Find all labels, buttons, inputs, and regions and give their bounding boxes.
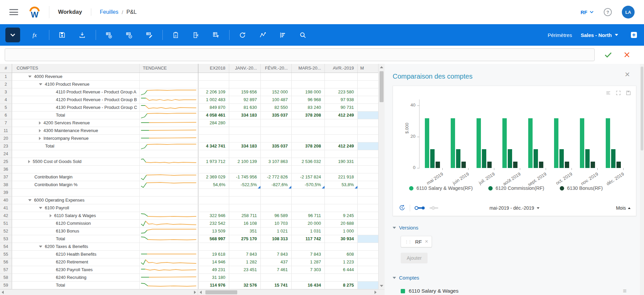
drag-handle-icon[interactable]: ⋮⋮ — [404, 239, 412, 244]
value-cell[interactable]: 114 976 — [198, 281, 229, 289]
refresh-time-icon[interactable] — [398, 204, 406, 212]
next-period-cell[interactable] — [357, 103, 378, 111]
row-number[interactable]: 25 — [0, 158, 12, 165]
row-number[interactable]: 57 — [0, 266, 12, 273]
next-period-cell[interactable] — [357, 212, 378, 219]
add-version-button[interactable]: Ajouter — [401, 253, 428, 263]
row-number[interactable]: 52 — [0, 227, 12, 235]
add-row-icon[interactable] — [101, 28, 116, 42]
value-cell[interactable] — [229, 273, 260, 281]
value-cell[interactable] — [325, 165, 357, 173]
scroll-left-icon[interactable] — [200, 291, 202, 294]
value-cell[interactable] — [325, 80, 357, 88]
row-number[interactable]: 4 — [0, 96, 12, 103]
value-cell[interactable] — [229, 127, 260, 134]
value-cell[interactable] — [198, 204, 229, 212]
trend-cell[interactable] — [139, 188, 198, 196]
row-number[interactable]: 24 — [0, 150, 12, 158]
value-cell[interactable]: 54,6% — [198, 181, 229, 188]
account-cell[interactable]: 6000 Operating Expenses — [12, 196, 139, 204]
value-cell[interactable]: 16 108 — [229, 219, 260, 227]
value-cell[interactable] — [291, 80, 325, 88]
account-cell[interactable]: Total — [12, 111, 139, 119]
add-to-dashboard-icon[interactable] — [630, 31, 639, 40]
linked-scale-toggle-icon[interactable] — [414, 205, 426, 211]
scrollbar-thumb[interactable] — [380, 71, 384, 102]
legend-item[interactable]: 6130 Bonus(RF) — [560, 185, 603, 191]
formula-input[interactable] — [5, 48, 595, 61]
value-cell[interactable] — [229, 165, 260, 173]
account-cell[interactable] — [12, 165, 139, 173]
value-cell[interactable]: 9 245 — [325, 212, 357, 219]
value-cell[interactable]: 1 021 — [260, 227, 291, 235]
column-header-period[interactable]: AVR.-2019 — [325, 64, 357, 73]
trend-cell[interactable] — [139, 281, 198, 289]
value-cell[interactable] — [325, 196, 357, 204]
next-period-cell[interactable] — [357, 196, 378, 204]
chart-icon[interactable] — [275, 28, 290, 42]
value-cell[interactable]: 1 223 — [325, 258, 357, 266]
value-cell[interactable]: -522,5% — [229, 181, 260, 188]
value-cell[interactable] — [260, 273, 291, 281]
value-cell[interactable] — [291, 196, 325, 204]
account-cell[interactable]: 6200 Taxes & Benefits — [12, 243, 139, 250]
value-cell[interactable]: 258 711 — [229, 212, 260, 219]
row-number[interactable]: 11 — [0, 127, 12, 134]
value-cell[interactable]: 1 973 712 — [198, 158, 229, 165]
accounts-section-header[interactable]: Comptes — [393, 275, 629, 281]
value-cell[interactable]: -570,5% — [291, 181, 325, 188]
row-number[interactable]: 41 — [0, 204, 12, 212]
value-cell[interactable]: 8 275 — [325, 281, 357, 289]
trend-cell[interactable] — [139, 73, 198, 80]
trend-cell[interactable] — [139, 250, 198, 258]
value-cell[interactable] — [325, 273, 357, 281]
value-cell[interactable]: 7 843 — [260, 250, 291, 258]
download-icon[interactable] — [75, 28, 90, 42]
next-period-cell[interactable] — [357, 258, 378, 266]
trend-cell[interactable] — [139, 103, 198, 111]
value-cell[interactable] — [291, 73, 325, 80]
trend-cell[interactable] — [139, 196, 198, 204]
value-cell[interactable]: -827,6% — [260, 181, 291, 188]
collapse-caret-icon[interactable] — [39, 246, 42, 248]
fullscreen-icon[interactable] — [615, 90, 621, 96]
next-period-cell[interactable] — [357, 158, 378, 165]
next-period-cell[interactable] — [357, 204, 378, 212]
org-structure-icon[interactable] — [188, 28, 203, 42]
account-cell[interactable]: Total — [12, 235, 139, 243]
value-cell[interactable]: 82 550 — [260, 103, 291, 111]
value-cell[interactable]: 100 487 — [260, 96, 291, 103]
column-header-accounts[interactable]: COMPTES — [12, 64, 139, 73]
versions-section-header[interactable]: Versions — [393, 225, 629, 230]
account-cell[interactable]: 4300 Maintenance Revenue — [12, 127, 139, 134]
scrollbar-thumb[interactable] — [641, 67, 643, 151]
trend-cell[interactable] — [139, 80, 198, 88]
next-period-cell[interactable] — [357, 150, 378, 158]
value-cell[interactable]: 190 331 — [325, 158, 357, 165]
value-cell[interactable]: 608 — [325, 250, 357, 258]
value-cell[interactable]: 7 303 — [291, 266, 325, 273]
trend-cell[interactable] — [139, 173, 198, 181]
value-cell[interactable] — [229, 204, 260, 212]
row-number[interactable]: 23 — [0, 142, 12, 150]
value-cell[interactable] — [260, 188, 291, 196]
column-header-trend[interactable]: TENDANCE — [139, 64, 198, 73]
avatar[interactable]: LA — [622, 6, 635, 18]
formula-icon[interactable]: fx — [28, 28, 43, 42]
trend-cell[interactable] — [139, 243, 198, 250]
value-cell[interactable]: 96 711 — [291, 212, 325, 219]
value-cell[interactable] — [325, 150, 357, 158]
value-cell[interactable]: 159 656 — [229, 88, 260, 96]
value-cell[interactable] — [325, 73, 357, 80]
account-cell[interactable]: Total — [12, 142, 139, 150]
trend-cell[interactable] — [139, 96, 198, 103]
value-cell[interactable]: 223 580 — [325, 88, 357, 96]
collapse-caret-icon[interactable] — [28, 199, 32, 201]
trend-cell[interactable] — [139, 235, 198, 243]
row-number[interactable]: 40 — [0, 196, 12, 204]
next-period-cell[interactable] — [357, 181, 378, 188]
value-cell[interactable]: 15 741 — [260, 281, 291, 289]
value-cell[interactable] — [198, 196, 229, 204]
value-cell[interactable]: 117 742 — [291, 235, 325, 243]
group-by-selector[interactable]: Mois — [616, 205, 631, 211]
